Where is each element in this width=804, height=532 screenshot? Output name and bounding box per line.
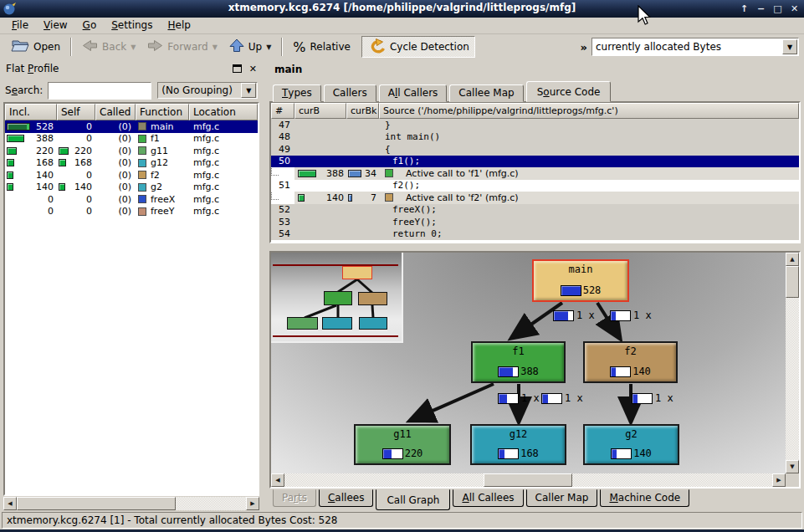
line-number: 50 [271,156,294,168]
dock-titlebar[interactable]: Flat Profile ✕ [2,60,261,77]
scroll-left-icon[interactable]: ◀ [3,497,17,510]
search-input[interactable] [48,82,151,100]
shade-button[interactable]: ↑ [739,3,750,14]
tab-call-graph[interactable]: Call Graph [376,489,450,510]
scrollbar-thumb[interactable] [786,266,799,298]
menu-item-file[interactable]: File [4,18,36,33]
maximize-button[interactable]: □ [772,3,783,14]
column-header-function[interactable]: Function [136,104,189,120]
graph-node-f2[interactable]: f2140 [583,341,678,383]
function-type-icon [138,207,146,216]
scrollbar-track[interactable] [786,266,799,460]
flat-profile-row-g2[interactable]: 140140(0)g2mfg.c [5,182,258,194]
tab-callees[interactable]: Callees [319,489,373,507]
float-dock-icon[interactable] [233,64,242,73]
graph-node-g2[interactable]: g2140 [583,424,679,465]
back-button[interactable]: Back ▼ [76,36,141,58]
tree-branch-icon [271,168,279,176]
source-row[interactable]: 52freeX(); [271,204,799,217]
minimize-button[interactable]: − [755,3,766,14]
cycle-detection-button[interactable]: Cycle Detection [361,36,475,58]
source-call-row[interactable]: 1407Active call to 'f2' (mfg.c) [271,192,799,204]
source-row[interactable]: 49{ [271,143,799,156]
back-dropdown-icon[interactable]: ▼ [131,43,136,51]
close-button[interactable]: ✕ [789,3,800,14]
tab-caller-map[interactable]: Caller Map [526,489,598,507]
toolbar-overflow-chevron[interactable]: » [581,41,591,54]
column-header-called[interactable]: Called [95,104,136,120]
forward-button[interactable]: Forward ▼ [141,36,223,58]
graph-overview-minimap[interactable] [271,253,403,343]
source-row[interactable]: 48int main() [271,131,799,144]
column-header-self[interactable]: Self [57,104,95,120]
tab-parts[interactable]: Parts [273,489,316,507]
source-row[interactable]: 51f2(); [271,180,799,192]
titlebar[interactable]: xtmemory.kcg.6274 [/home/philippe/valgri… [0,0,804,18]
source-column-header[interactable]: curB [294,103,346,119]
source-row[interactable]: 47} [271,119,799,131]
dock-close-icon[interactable]: ✕ [249,64,257,74]
grouping-combobox[interactable]: (No Grouping) ▼ [157,82,258,99]
call-edge-label[interactable]: 1 x [498,392,540,404]
combobox-arrow-icon[interactable]: ▼ [782,39,797,54]
cost-bar [7,171,13,179]
scrollbar-track[interactable] [17,497,246,510]
source-row[interactable]: 54return 0; [271,228,799,241]
scrollbar-thumb[interactable] [484,473,572,487]
menu-item-help[interactable]: Help [160,18,197,33]
column-header-incl[interactable]: Incl. [5,104,57,120]
call-edge-label[interactable]: 1 x [553,309,595,321]
up-button[interactable]: Up ▼ [223,36,278,58]
flat-profile-row-freeY[interactable]: 00(0)freeYmfg.c [5,206,258,218]
scrollbar-track[interactable] [284,473,772,487]
source-column-header[interactable]: # [271,103,294,119]
tab-all-callers[interactable]: All Callers [379,84,448,102]
scroll-right-icon[interactable]: ▶ [246,497,259,510]
forward-dropdown-icon[interactable]: ▼ [213,43,218,51]
tab-types[interactable]: Types [273,84,321,102]
flat-profile-row-g11[interactable]: 220220(0)g11mfg.c [5,145,258,157]
node-label: main [534,263,627,275]
call-edge-label[interactable]: 1 x [541,392,583,404]
event-type-combobox[interactable]: currently allocated Bytes ▼ [591,38,799,56]
call-graph-canvas[interactable]: main528f1388f2140g11220g12168g21401 x1 x… [271,253,786,473]
graph-node-g11[interactable]: g11220 [354,424,451,465]
flat-profile-hscrollbar: ◀ ▶ [3,497,259,510]
tab-source-code[interactable]: Source Code [526,81,612,102]
up-dropdown-icon[interactable]: ▼ [266,43,271,51]
tab-callers[interactable]: Callers [324,84,376,102]
scroll-up-icon[interactable]: ▲ [786,253,799,266]
flat-profile-row-f2[interactable]: 1400(0)f2mfg.c [5,169,258,182]
flat-profile-row-freeX[interactable]: 00(0)freeXmfg.c [5,193,258,206]
grouping-arrow-icon[interactable]: ▼ [241,83,256,98]
scroll-right-icon[interactable]: ▶ [772,473,786,487]
flat-profile-row-main[interactable]: 5280(0)mainmfg.c [5,120,258,133]
graph-node-main[interactable]: main528 [532,259,629,302]
call-edge-label[interactable]: 1 x [632,392,673,404]
menu-item-settings[interactable]: Settings [104,18,160,33]
window-title: xtmemory.kcg.6274 [/home/philippe/valgri… [0,2,804,13]
call-edge-label[interactable]: 1 x [610,309,652,321]
tab-all-callees[interactable]: All Callees [453,489,523,507]
tab-callee-map[interactable]: Callee Map [449,84,523,102]
scroll-down-icon[interactable]: ▼ [786,460,799,473]
menu-item-go[interactable]: Go [75,18,105,33]
graph-node-f1[interactable]: f1388 [471,341,566,383]
cost-progress-bar [541,393,562,404]
open-button[interactable]: Open [5,36,66,58]
source-call-row[interactable]: 38834Active call to 'f1' (mfg.c) [271,167,799,180]
relative-button[interactable]: % Relative [287,36,356,58]
flat-profile-row-g12[interactable]: 168168(0)g12mfg.c [5,157,258,170]
incl-cell: 140 [5,182,57,192]
column-header-location[interactable]: Location [189,104,258,120]
scroll-left-icon[interactable]: ◀ [271,473,284,487]
source-row[interactable]: 53freeY(); [271,216,799,228]
scrollbar-thumb[interactable] [17,497,176,510]
flat-profile-row-f1[interactable]: 3880(0)f1mfg.c [5,133,258,146]
source-row[interactable]: 50f1(); [271,156,799,168]
source-column-header[interactable]: Source ('/home/philippe/valgrind/littlep… [379,103,799,119]
menu-item-view[interactable]: View [36,18,74,33]
graph-node-g12[interactable]: g12168 [470,424,566,465]
tab-machine-code[interactable]: Machine Code [600,489,689,507]
source-column-header[interactable]: curBk [346,103,379,119]
